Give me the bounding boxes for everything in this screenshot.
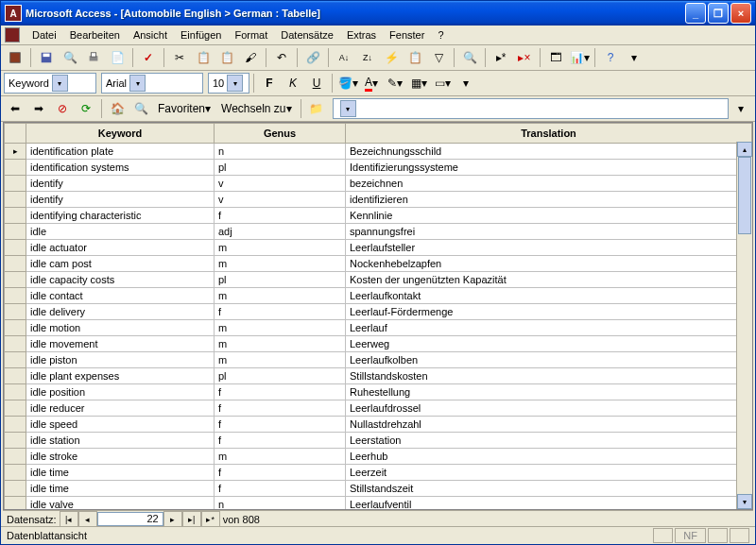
table-row[interactable]: idle pistonmLeerlaufkolben: [5, 352, 752, 368]
cell-translation[interactable]: Leerhub: [346, 449, 752, 465]
forward-button[interactable]: ➡: [27, 97, 50, 120]
vertical-scrollbar[interactable]: ▴ ▾: [736, 142, 752, 509]
row-selector[interactable]: [5, 256, 26, 272]
cell-genus[interactable]: m: [215, 288, 346, 304]
cell-genus[interactable]: n: [215, 497, 346, 511]
table-row[interactable]: ▸identification platenBezeichnungsschild: [5, 144, 752, 160]
cell-keyword[interactable]: idle plant expenses: [26, 368, 215, 384]
more-button[interactable]: ▾: [455, 72, 477, 94]
paste-button[interactable]: 📋: [215, 46, 238, 69]
mdi-icon[interactable]: [5, 27, 20, 43]
close-button[interactable]: ×: [730, 3, 751, 24]
folder-button[interactable]: 📁: [305, 97, 328, 120]
format-painter-button[interactable]: 🖌: [239, 46, 262, 69]
cell-genus[interactable]: m: [215, 256, 346, 272]
col-translation[interactable]: Translation: [346, 124, 752, 144]
cell-translation[interactable]: Stillstandskosten: [346, 368, 752, 384]
scroll-thumb[interactable]: [738, 157, 751, 234]
cell-keyword[interactable]: idle stroke: [26, 449, 215, 465]
cell-genus[interactable]: f: [215, 208, 346, 224]
table-row[interactable]: idle strokemLeerhub: [5, 449, 752, 465]
cell-genus[interactable]: m: [215, 336, 346, 352]
cell-genus[interactable]: f: [215, 433, 346, 449]
cell-keyword[interactable]: identification systems: [26, 160, 215, 176]
fontsize-combo[interactable]: 10▾: [208, 73, 249, 94]
cell-keyword[interactable]: identify: [26, 192, 215, 208]
table-row[interactable]: idle timefStillstandszeit: [5, 481, 752, 497]
cell-translation[interactable]: Nockenhebelzapfen: [346, 256, 752, 272]
menu-help[interactable]: ?: [431, 27, 450, 43]
cell-keyword[interactable]: idle motion: [26, 320, 215, 336]
cell-translation[interactable]: Leerstation: [346, 433, 752, 449]
nav-last-button[interactable]: ▸|: [182, 511, 201, 527]
table-row[interactable]: idle valvenLeerlaufventil: [5, 497, 752, 511]
cell-translation[interactable]: Leerlaufkontakt: [346, 288, 752, 304]
table-row[interactable]: idle capacity costsplKosten der ungenütz…: [5, 272, 752, 288]
row-selector[interactable]: [5, 320, 26, 336]
cell-genus[interactable]: f: [215, 304, 346, 320]
menu-fenster[interactable]: Fenster: [383, 27, 431, 43]
cell-keyword[interactable]: identifying characteristic: [26, 208, 215, 224]
cell-genus[interactable]: pl: [215, 272, 346, 288]
cell-genus[interactable]: f: [215, 481, 346, 497]
more-button[interactable]: ▾: [730, 97, 752, 120]
cell-keyword[interactable]: idle reducer: [26, 400, 215, 417]
cell-keyword[interactable]: identify: [26, 176, 215, 192]
gridlines-button[interactable]: ▦▾: [407, 72, 430, 94]
menu-ansicht[interactable]: Ansicht: [127, 27, 174, 43]
db-window-button[interactable]: 🗔: [544, 46, 567, 69]
cell-genus[interactable]: m: [215, 240, 346, 256]
spelling-button[interactable]: ✓: [137, 46, 160, 69]
cell-genus[interactable]: pl: [215, 160, 346, 176]
record-number-input[interactable]: 22: [97, 512, 163, 526]
cell-genus[interactable]: f: [215, 400, 346, 417]
menu-format[interactable]: Format: [228, 27, 274, 43]
table-row[interactable]: identification systemsplIdentifizierungs…: [5, 160, 752, 176]
table-row[interactable]: idle contactmLeerlaufkontakt: [5, 288, 752, 304]
cell-keyword[interactable]: idle position: [26, 384, 215, 400]
cell-translation[interactable]: Leerlaufventil: [346, 497, 752, 511]
copy-button[interactable]: 📋: [192, 46, 215, 69]
cell-translation[interactable]: Stillstandszeit: [346, 481, 752, 497]
hyperlink-button[interactable]: 🔗: [301, 46, 324, 69]
help-button[interactable]: ?: [599, 46, 622, 69]
cell-genus[interactable]: pl: [215, 368, 346, 384]
special-effect-button[interactable]: ▭▾: [431, 72, 454, 94]
table-row[interactable]: idle movementmLeerweg: [5, 336, 752, 352]
new-object-button[interactable]: 📊▾: [568, 46, 591, 69]
cell-translation[interactable]: Leerzeit: [346, 465, 752, 481]
font-combo[interactable]: Arial▾: [101, 73, 203, 94]
cut-button[interactable]: ✂: [168, 46, 191, 69]
row-selector[interactable]: [5, 336, 26, 352]
cell-keyword[interactable]: idle delivery: [26, 304, 215, 320]
cell-genus[interactable]: m: [215, 320, 346, 336]
underline-button[interactable]: U: [305, 72, 328, 94]
table-row[interactable]: idle positionfRuhestellung: [5, 384, 752, 400]
col-genus[interactable]: Genus: [215, 124, 346, 144]
cell-translation[interactable]: Leerlauf-Fördermenge: [346, 304, 752, 320]
row-selector[interactable]: [5, 272, 26, 288]
fill-color-button[interactable]: 🪣▾: [336, 72, 359, 94]
titlebar[interactable]: A Microsoft Access - [Automobile English…: [1, 1, 755, 26]
cell-translation[interactable]: Identifizierungssysteme: [346, 160, 752, 176]
row-selector[interactable]: [5, 304, 26, 320]
cell-keyword[interactable]: idle actuator: [26, 240, 215, 256]
cell-translation[interactable]: Nullastdrehzahl: [346, 417, 752, 433]
row-selector[interactable]: [5, 224, 26, 240]
cell-keyword[interactable]: idle piston: [26, 352, 215, 368]
row-selector[interactable]: ▸: [5, 144, 26, 160]
cell-translation[interactable]: Kennlinie: [346, 208, 752, 224]
row-selector[interactable]: [5, 449, 26, 465]
find-button[interactable]: 🔍: [458, 46, 481, 69]
cell-genus[interactable]: m: [215, 352, 346, 368]
cell-translation[interactable]: Leerlauf: [346, 320, 752, 336]
row-selector[interactable]: [5, 288, 26, 304]
new-record-button[interactable]: ▸*: [490, 46, 512, 69]
cell-keyword[interactable]: idle valve: [26, 497, 215, 511]
search-button[interactable]: 🔍: [59, 46, 81, 69]
cell-translation[interactable]: bezeichnen: [346, 176, 752, 192]
cell-translation[interactable]: identifizieren: [346, 192, 752, 208]
table-row[interactable]: idle deliveryfLeerlauf-Fördermenge: [5, 304, 752, 320]
save-button[interactable]: [35, 46, 58, 69]
row-selector[interactable]: [5, 497, 26, 511]
